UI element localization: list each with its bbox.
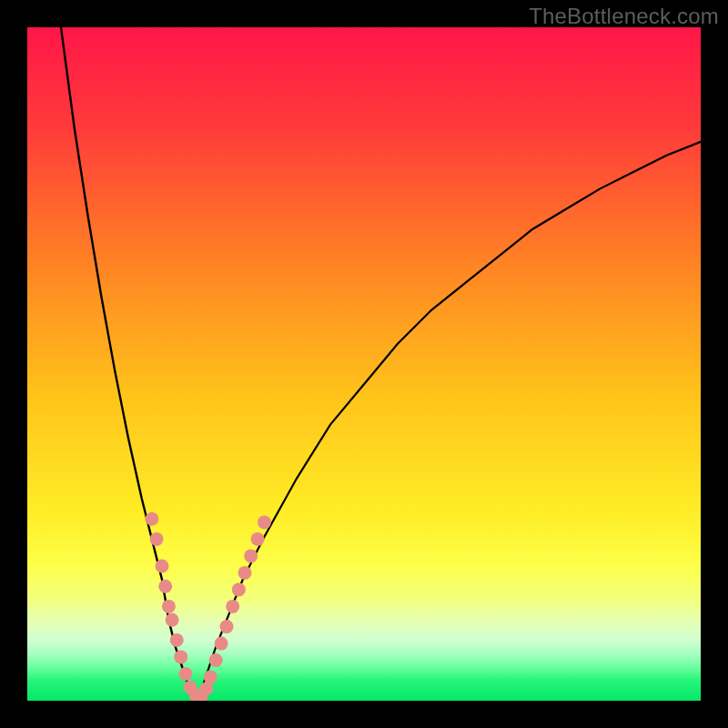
- marker-dot: [215, 637, 228, 651]
- marker-dot: [251, 532, 265, 546]
- marker-dot: [226, 600, 239, 613]
- curve-right-branch: [196, 142, 701, 701]
- marker-dot: [220, 620, 234, 633]
- marker-dot: [244, 549, 258, 562]
- curve-left-branch: [61, 27, 196, 701]
- plot-area: [27, 27, 701, 701]
- marker-dot: [162, 600, 176, 613]
- marker-dot: [232, 582, 246, 596]
- marker-dot: [170, 633, 184, 647]
- marker-dot: [158, 580, 172, 593]
- marker-dot: [238, 566, 252, 580]
- marker-dot: [166, 613, 179, 627]
- chart-frame: TheBottleneck.com: [0, 0, 728, 728]
- curve-layer: [27, 27, 701, 701]
- marker-dot: [178, 667, 192, 681]
- marker-dot: [145, 512, 158, 526]
- marker-dot: [156, 560, 169, 573]
- marker-dot: [258, 515, 271, 529]
- marker-dot: [150, 532, 164, 546]
- marker-dot: [174, 650, 187, 663]
- highlight-markers: [145, 512, 271, 701]
- watermark-text: TheBottleneck.com: [529, 4, 719, 29]
- marker-dot: [209, 653, 223, 667]
- marker-dot: [204, 671, 217, 684]
